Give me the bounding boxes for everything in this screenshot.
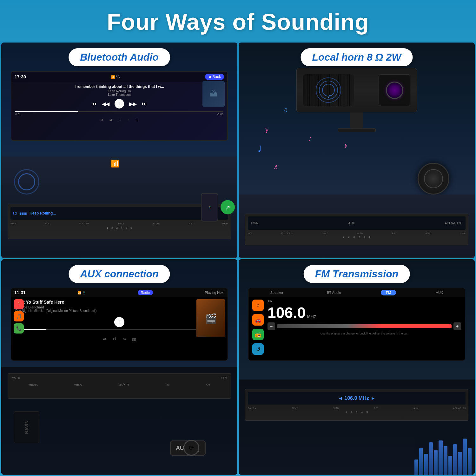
home-icon[interactable]: ⌂: [252, 300, 264, 311]
maps-icon[interactable]: 📍: [14, 299, 24, 309]
sync-icon[interactable]: ↺: [252, 343, 264, 355]
aux-song-title: Ain't Yo Stuff Safe Here: [15, 300, 224, 305]
extras-row: ↺ ⇌ ♡ ↑ ☰: [11, 117, 227, 123]
music-app-icon[interactable]: 🎵: [14, 311, 24, 321]
shuffle-icon[interactable]: ⇌: [109, 118, 112, 122]
fm-content: FM 106.0 MHz − +: [268, 300, 461, 355]
device-base: [338, 128, 376, 132]
panel1-screen: 17:30 📶 5G ◀ Back I remember thinking ab…: [11, 71, 228, 141]
stereo-btn-1[interactable]: 1: [107, 226, 108, 229]
fm-frequency: 106.0: [268, 305, 306, 321]
screen1-network: 📶 5G: [111, 75, 120, 79]
s2-folder: FOLDER ▲: [281, 232, 293, 235]
stereo-btn-4[interactable]: 4: [121, 226, 122, 229]
stereo-btn-3[interactable]: 3: [116, 226, 118, 229]
freq-minus-button[interactable]: −: [268, 322, 275, 330]
playback-controls: ⏮ ◀◀ ⏸ ▶▶ ⏭: [11, 98, 227, 110]
s2-btn5[interactable]: 5: [364, 235, 365, 238]
fm-signal-bar: [277, 324, 452, 328]
fm-left-arrow[interactable]: ◀: [339, 396, 342, 400]
navin-logo-area: NAVIN: [14, 411, 39, 443]
panel4-label: FM Transmission: [304, 265, 410, 283]
aux-shuffle-icon[interactable]: ⇌: [102, 336, 106, 341]
stereo-btn-6[interactable]: 6: [130, 226, 132, 229]
heart-icon[interactable]: ♡: [118, 118, 121, 122]
tab-aux[interactable]: AUX: [432, 290, 447, 295]
s2-btn4[interactable]: 4: [359, 235, 360, 238]
s2-btn6[interactable]: 6: [369, 235, 370, 238]
progress-track[interactable]: [15, 111, 223, 112]
repeat-icon[interactable]: ↺: [101, 118, 103, 122]
stereo-scan-label: SCAN: [153, 222, 160, 225]
fm-main-area: ⌂ 🚗 📻 ↺ FM 106.0 MHz: [248, 297, 465, 357]
stereo-unit-2: PWR AUX ACLN-D12U VOL FOLDER ▲ TEXT SCAN…: [245, 214, 468, 245]
radio-label: Radio: [138, 290, 153, 295]
aux-repeat-icon[interactable]: ↺: [113, 336, 116, 341]
tab-speaker[interactable]: Speaker: [267, 290, 287, 295]
next-button[interactable]: ▶▶: [129, 101, 137, 107]
back-button[interactable]: ◀ Back: [205, 74, 224, 80]
aux-progress-track[interactable]: [15, 329, 224, 330]
fm-right-arrow[interactable]: ▶: [372, 396, 374, 400]
aux-plug-visual: ⟳: [183, 440, 199, 456]
aux-forward[interactable]: ⏭: [145, 319, 150, 325]
aux-mxrpt-btn[interactable]: MX/RPT: [118, 383, 129, 386]
stereo-btn-2[interactable]: 2: [111, 226, 113, 229]
aux-stereo-nums: 4 5 6: [221, 376, 227, 379]
device-container: [296, 68, 417, 132]
s2-btn1[interactable]: 1: [343, 235, 344, 238]
phone-app-icon[interactable]: 📞: [14, 323, 24, 334]
forward-button[interactable]: ⏭: [142, 101, 147, 107]
aux-media-btn[interactable]: MEDIA: [29, 383, 38, 386]
stereo-btn-5[interactable]: 5: [126, 226, 127, 229]
fm-btn4[interactable]: 4: [361, 411, 362, 413]
s2-btn2[interactable]: 2: [348, 235, 349, 238]
back-arrow-icon: ◀: [208, 75, 211, 79]
time-current: 0:01: [15, 113, 21, 116]
aux-play-pause[interactable]: ⏸: [114, 317, 124, 327]
screen3-connectivity: 📶 📱: [77, 291, 86, 294]
prev-button[interactable]: ◀◀: [102, 101, 109, 107]
song-title: Keep Rolling On: [15, 89, 223, 93]
aux-am-btn[interactable]: AM: [206, 383, 210, 386]
speaker-grille: [303, 74, 354, 106]
aux-next[interactable]: ▶▶: [131, 319, 138, 325]
header: Four Ways of Sounding: [0, 0, 476, 41]
fm-btn1[interactable]: 1: [346, 411, 347, 413]
signal-bars: ▮▮▮▮: [19, 212, 27, 215]
panel-fm-transmission: FM Transmission Speaker BT Audio FM AUX …: [239, 259, 475, 475]
aux-rewind[interactable]: ⏮: [89, 319, 94, 325]
queue-icon[interactable]: ☰: [136, 118, 138, 122]
fm-stereo-display: ◀ 106.0 MHz ▶: [248, 392, 466, 405]
aux-grid-icon[interactable]: ▦: [132, 336, 136, 341]
grid-app-icon[interactable]: ▦: [14, 335, 24, 346]
progress-fill: [15, 111, 78, 112]
s2-btn3[interactable]: 3: [354, 235, 355, 238]
aux-prev[interactable]: ◀◀: [100, 319, 108, 325]
fm-btn5[interactable]: 5: [367, 411, 368, 413]
fm-rpt-label: RPT: [374, 407, 378, 409]
aux-fm-btn[interactable]: FM: [165, 383, 169, 386]
fm-hint: Use the original car charger or buck lin…: [268, 332, 461, 335]
eq-bar-3: [424, 454, 428, 475]
fm-unit: MHz: [307, 314, 316, 319]
tab-fm[interactable]: FM: [381, 290, 396, 295]
panel3-screen: 11:31 📶 📱 Radio Playing Next Ain't Yo St…: [11, 288, 228, 361]
music-note-4: ♫: [327, 93, 332, 100]
navin-text: NAVIN: [24, 420, 29, 434]
stereo-vol-label: VOL: [45, 222, 50, 225]
carplay-app-icon[interactable]: 🚗: [252, 314, 264, 326]
fm-scan-label: SCAN: [333, 407, 339, 409]
s2-rdm: RDM: [426, 232, 431, 235]
fm-app-icon[interactable]: 📻: [252, 329, 264, 340]
share-icon[interactable]: ↑: [128, 118, 129, 122]
freq-plus-button[interactable]: +: [453, 322, 461, 330]
play-pause-button[interactable]: ⏸: [115, 99, 124, 109]
rewind-button[interactable]: ⏮: [92, 101, 97, 107]
tab-bt-audio[interactable]: BT Audio: [323, 290, 345, 295]
aux-infinity-icon[interactable]: ∞: [123, 336, 126, 341]
fm-stereo-freq: 106.0 MHz: [344, 395, 369, 401]
aux-menu-btn[interactable]: MENU: [74, 383, 83, 386]
fm-btn2[interactable]: 2: [351, 411, 352, 413]
fm-btn3[interactable]: 3: [356, 411, 357, 413]
